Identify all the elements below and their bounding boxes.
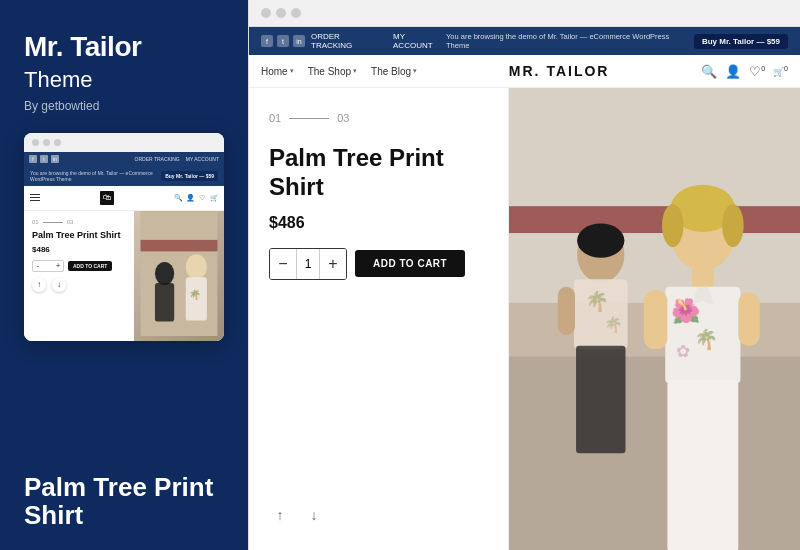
mini-qty-decrease[interactable]: - (33, 261, 43, 271)
svg-text:🌴: 🌴 (694, 328, 719, 351)
left-panel: Mr. Tailor Theme By getbowtied f t in OR… (0, 0, 248, 550)
svg-rect-1 (141, 240, 218, 252)
nav-shop[interactable]: The Shop ▾ (308, 66, 357, 77)
brand-title: Mr. Tailor (24, 32, 224, 63)
search-icon[interactable]: 🔍 (701, 64, 717, 79)
product-nav-arrows: ↑ ↓ (269, 504, 488, 526)
mini-search-icon[interactable]: 🔍 (174, 194, 182, 202)
chrome-dot-3 (291, 8, 301, 18)
mini-instagram-icon: in (51, 155, 59, 163)
my-account-link[interactable]: MY ACCOUNT (393, 32, 446, 50)
qty-control: − 1 + (269, 248, 347, 280)
mini-product-title: Palm Tree Print Shirt (32, 230, 126, 241)
mini-qty-value: 1 (43, 261, 53, 271)
mini-demo-bar: You are browsing the demo of Mr. Tailor … (24, 166, 224, 186)
home-chevron: ▾ (290, 67, 294, 75)
navbar-right: 🔍 👤 ♡0 🛒0 (701, 64, 788, 79)
mini-account-icon[interactable]: 👤 (186, 194, 194, 202)
mini-dot-green (54, 139, 61, 146)
nav-blog[interactable]: The Blog ▾ (371, 66, 417, 77)
svg-text:🌴: 🌴 (189, 288, 201, 300)
qty-decrease-button[interactable]: − (270, 249, 296, 279)
demo-text: You are browsing the demo of Mr. Tailor … (446, 32, 694, 50)
topbar-left: f t in ORDER TRACKING MY ACCOUNT (261, 32, 446, 50)
mini-my-account: MY ACCOUNT (186, 156, 219, 162)
mini-arrow-down[interactable]: ↓ (52, 278, 66, 292)
svg-rect-17 (576, 346, 625, 453)
mini-slide-total: 03 (67, 219, 74, 225)
svg-text:✿: ✿ (676, 341, 690, 361)
social-icons: f t in (261, 35, 305, 47)
main-content: 01 03 Palm Tree Print Shirt $486 − 1 + A… (249, 88, 800, 550)
svg-rect-30 (667, 380, 738, 550)
topbar-links: ORDER TRACKING MY ACCOUNT (311, 32, 446, 50)
mini-qty-control: - 1 + (32, 260, 64, 272)
product-price: $486 (269, 214, 488, 232)
mini-navbar: 🛍 🔍 👤 ♡ 🛒 (24, 186, 224, 211)
slide-current: 01 (269, 112, 281, 124)
arrow-down-button[interactable]: ↓ (303, 504, 325, 526)
mini-announce-bar: f t in ORDER TRACKING MY ACCOUNT (24, 152, 224, 166)
qty-add-row: − 1 + ADD TO CART (269, 248, 488, 280)
buy-button[interactable]: Buy Mr. Tailor — $59 (694, 34, 788, 49)
mini-dot-red (32, 139, 39, 146)
mini-facebook-icon: f (29, 155, 37, 163)
mini-add-to-cart[interactable]: ADD TO CART (68, 261, 112, 271)
mini-buy-button[interactable]: Buy Mr. Tailor — $59 (161, 171, 218, 181)
svg-text:🌴: 🌴 (604, 316, 623, 334)
product-section: 01 03 Palm Tree Print Shirt $486 − 1 + A… (249, 88, 509, 550)
mini-arrow-up[interactable]: ↑ (32, 278, 46, 292)
mini-nav-arrows: ↑ ↓ (32, 272, 126, 292)
svg-rect-28 (644, 290, 668, 349)
chrome-dot-1 (261, 8, 271, 18)
mini-slide-current: 01 (32, 219, 39, 225)
mini-qty-increase[interactable]: + (53, 261, 63, 271)
mini-browser-chrome (24, 133, 224, 152)
svg-rect-3 (155, 283, 174, 321)
cart-icon[interactable]: 🛒0 (773, 65, 788, 77)
svg-rect-10 (509, 357, 800, 550)
nav-home[interactable]: Home ▾ (261, 66, 294, 77)
account-icon[interactable]: 👤 (725, 64, 741, 79)
svg-point-4 (186, 254, 207, 279)
mini-dot-yellow (43, 139, 50, 146)
mini-twitter-icon: t (40, 155, 48, 163)
svg-rect-29 (738, 292, 759, 346)
arrow-up-button[interactable]: ↑ (269, 504, 291, 526)
mini-product-info: 01 03 Palm Tree Print Shirt $486 - 1 + A… (24, 211, 134, 341)
mini-product-price: $486 (32, 245, 126, 254)
brand-theme: Theme (24, 67, 224, 93)
svg-rect-13 (574, 279, 628, 349)
order-tracking-link[interactable]: ORDER TRACKING (311, 32, 383, 50)
mini-cart-icon[interactable]: 🛒 (210, 194, 218, 202)
slide-indicator: 01 03 (269, 112, 488, 124)
facebook-icon[interactable]: f (261, 35, 273, 47)
mini-wishlist-icon[interactable]: ♡ (198, 194, 206, 202)
instagram-icon[interactable]: in (293, 35, 305, 47)
mini-photo: 🌴 (134, 211, 224, 341)
hero-photo: 🌴 🌴 (509, 88, 800, 550)
svg-point-2 (155, 262, 174, 285)
chrome-dot-2 (276, 8, 286, 18)
mini-hamburger-icon[interactable] (30, 194, 40, 201)
bottom-product-section: Palm Tree Print Shirt (24, 461, 224, 530)
bottom-product-name: Palm Tree Print Shirt (24, 473, 224, 530)
svg-point-21 (722, 204, 743, 247)
site-navbar: Home ▾ The Shop ▾ The Blog ▾ MR. TAILOR … (249, 55, 800, 88)
svg-rect-16 (558, 287, 575, 335)
main-browser: f t in ORDER TRACKING MY ACCOUNT You are… (248, 0, 800, 550)
mini-nav-links: ORDER TRACKING MY ACCOUNT (135, 156, 219, 162)
slide-total: 03 (337, 112, 349, 124)
svg-text:🌴: 🌴 (585, 290, 610, 313)
product-title: Palm Tree Print Shirt (269, 144, 488, 202)
qty-value: 1 (296, 249, 320, 279)
mini-content: 01 03 Palm Tree Print Shirt $486 - 1 + A… (24, 211, 224, 341)
add-to-cart-button[interactable]: ADD TO CART (355, 250, 465, 277)
twitter-icon[interactable]: t (277, 35, 289, 47)
wishlist-icon[interactable]: ♡0 (749, 64, 765, 79)
qty-increase-button[interactable]: + (320, 249, 346, 279)
blog-chevron: ▾ (413, 67, 417, 75)
svg-rect-9 (509, 206, 800, 233)
navbar-left: Home ▾ The Shop ▾ The Blog ▾ (261, 66, 417, 77)
mini-nav-icons: 🔍 👤 ♡ 🛒 (174, 194, 218, 202)
